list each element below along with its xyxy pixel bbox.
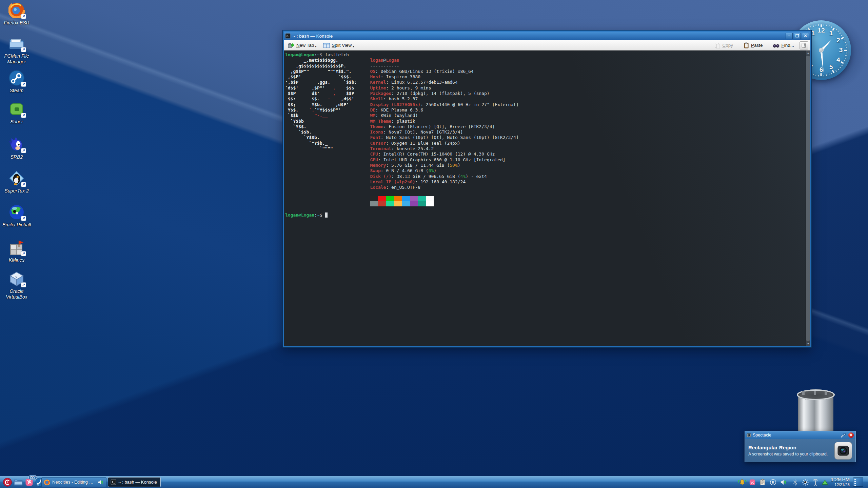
launcher-file-manager-icon[interactable] <box>14 477 23 487</box>
close-button[interactable]: ✕ <box>802 33 809 39</box>
desktop-icon-label: Emilia Pinball <box>1 222 32 228</box>
tray-antenna-icon[interactable] <box>812 479 819 486</box>
sober-icon: ↗ <box>8 101 25 117</box>
firefox-icon: ↗ <box>8 2 25 18</box>
desktop-icon-label: Steam <box>1 88 32 94</box>
launcher-debian-menu-icon[interactable] <box>3 477 12 487</box>
show-desktop-button[interactable] <box>853 477 863 487</box>
firefox-task-icon <box>44 479 50 485</box>
new-tab-icon <box>288 42 295 48</box>
desktop-icon-label: KMines <box>1 257 32 263</box>
tray-bell-icon[interactable] <box>738 479 745 486</box>
configure-wrench-icon[interactable] <box>841 433 846 438</box>
shortcut-arrow-badge: ↗ <box>21 14 26 19</box>
new-tab-dropdown-icon[interactable]: ▾ <box>315 45 316 48</box>
clock-hub <box>819 48 824 53</box>
tray-vesktop-icon[interactable]: VC <box>749 479 756 486</box>
desktop-icon-label: SRB2 <box>1 154 32 160</box>
desktop-icon-virtualbox[interactable]: V↗Oracle VirtualBox <box>1 270 32 300</box>
copy-icon <box>714 42 721 48</box>
paste-button[interactable]: Paste <box>741 42 765 49</box>
task-title: Neocities - Editing HelloFro... <box>52 480 96 485</box>
minimize-button[interactable]: − <box>786 33 793 39</box>
notification-app-name: Spectacle <box>753 433 841 438</box>
desktop-icon-pinball[interactable]: ↗Emilia Pinball <box>1 204 32 228</box>
pinball-icon: ↗ <box>8 204 25 220</box>
svg-text:VC: VC <box>751 481 755 484</box>
desktop-icon-label: Sober <box>1 119 32 125</box>
terminal-scrollbar[interactable]: ▲ ▼ <box>805 50 810 346</box>
desktop-icon-srb2[interactable]: ↗SRB2 <box>1 136 32 160</box>
notification-close-icon[interactable]: ✕ <box>848 432 854 438</box>
tray-bluetooth-icon[interactable] <box>791 479 799 486</box>
notification-body: Rectangular Region A screenshot was save… <box>745 439 855 462</box>
new-tab-label: New Tab <box>296 43 314 48</box>
desktop-wallpaper: ↗Firefox ESR↗PCMan File Manager↗Steam↗So… <box>0 0 868 488</box>
shortcut-arrow-badge: ↗ <box>21 113 26 118</box>
clock-number: 5 <box>827 63 835 71</box>
paste-icon <box>743 42 749 48</box>
spectacle-notification: Spectacle ✕ Rectangular Region A screens… <box>745 431 856 462</box>
clock-number: 4 <box>834 56 842 64</box>
clock-number: 3 <box>837 46 845 54</box>
pcmanfm-icon: ↗ <box>8 35 25 52</box>
shortcut-arrow-badge: ↗ <box>21 251 26 256</box>
desktop-icon-sober[interactable]: ↗Sober <box>1 101 32 125</box>
desktop-icon-supertux[interactable]: ↗SuperTux 2 <box>1 170 32 194</box>
new-tab-button[interactable]: New Tab ▾ <box>286 42 318 49</box>
desktop-icon-firefox[interactable]: ↗Firefox ESR <box>1 2 32 26</box>
spectacle-app-icon <box>747 433 751 438</box>
desktop-icon-pcmanfm[interactable]: ↗PCMan File Manager <box>1 35 32 65</box>
shortcut-arrow-badge: ↗ <box>21 216 26 221</box>
clock-number: 12 <box>817 27 825 34</box>
scrollbar-down-icon[interactable]: ▼ <box>806 341 810 346</box>
taskbar: 227 Neocities - Editing HelloFro... ~ : … <box>0 476 868 488</box>
taskbar-clock[interactable]: 1:29 PM 12/21/25 <box>831 477 850 487</box>
tray-triangle-icon[interactable] <box>821 479 829 486</box>
scrollbar-up-icon[interactable]: ▲ <box>806 50 810 56</box>
copy-button[interactable]: Copy <box>712 42 735 49</box>
shortcut-arrow-badge: ↗ <box>21 47 26 52</box>
copy-label: Copy <box>722 43 733 48</box>
shortcut-arrow-badge: ↗ <box>21 282 26 287</box>
tray-volume-icon[interactable] <box>780 479 787 486</box>
split-view-dropdown-icon[interactable]: ▾ <box>353 45 354 48</box>
konsole-toolbar: New Tab ▾ Split View ▾ Copy Paste Find..… <box>284 40 810 50</box>
find-label: Find... <box>781 43 794 48</box>
steam-icon: ↗ <box>8 70 25 86</box>
clock-number: 6 <box>817 66 825 74</box>
notification-titlebar[interactable]: Spectacle ✕ <box>745 431 855 439</box>
launcher-vesktop-icon[interactable]: 227 <box>24 477 34 487</box>
konsole-window-icon <box>285 33 291 39</box>
clock-date: 12/21/25 <box>831 483 850 487</box>
split-view-icon <box>323 42 330 48</box>
virtualbox-icon: V↗ <box>8 270 25 287</box>
desktop-icon-kmines[interactable]: ↗KMines <box>1 239 32 263</box>
desktop-icon-steam[interactable]: ↗Steam <box>1 70 32 94</box>
find-button[interactable]: Find... <box>771 42 796 49</box>
tray-pause-icon[interactable] <box>769 479 777 486</box>
menu-toggle-button[interactable] <box>800 41 808 49</box>
desktop-icon-label: Oracle VirtualBox <box>1 288 32 300</box>
scrollbar-thumb[interactable] <box>806 56 810 341</box>
task-button-firefox[interactable]: Neocities - Editing HelloFro... <box>41 477 106 487</box>
window-titlebar[interactable]: ~ : bash — Konsole − ❐ ✕ <box>284 32 810 40</box>
maximize-button[interactable]: ❐ <box>794 33 801 39</box>
desktop-icon-label: PCMan File Manager <box>1 53 32 65</box>
tray-brightness-icon[interactable] <box>802 479 809 486</box>
split-view-label: Split View <box>332 43 352 48</box>
svg-text:V: V <box>15 275 17 279</box>
tray-clipboard-icon[interactable] <box>759 479 766 486</box>
clock-number: 1 <box>827 29 835 37</box>
notification-message: A screenshot was saved to your clipboard… <box>748 452 831 456</box>
task-button-konsole[interactable]: ~ : bash — Konsole <box>108 477 161 487</box>
audio-playing-icon[interactable] <box>98 480 104 485</box>
terminal-view[interactable]: logan@Logan:~$ fastfetch _,met$$$$$gg. l… <box>284 50 810 346</box>
shortcut-arrow-badge: ↗ <box>21 148 26 153</box>
split-view-button[interactable]: Split View ▾ <box>321 42 356 49</box>
supertux-icon: ↗ <box>8 170 25 186</box>
find-binoculars-icon <box>773 43 780 48</box>
desktop-icon-label: SuperTux 2 <box>1 188 32 194</box>
terminal-output: logan@Logan:~$ fastfetch _,met$$$$$gg. l… <box>285 52 519 218</box>
clock-time: 1:29 PM <box>831 477 850 483</box>
